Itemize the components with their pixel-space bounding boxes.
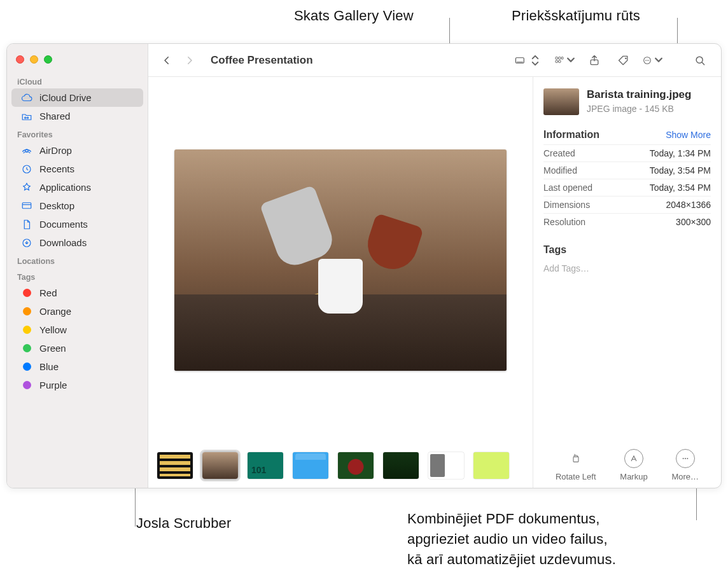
gallery-view [148,77,533,488]
svg-rect-4 [22,202,31,208]
info-row: Resolution300×300 [543,213,711,230]
minimize-button[interactable] [30,55,38,64]
info-key: Resolution [543,217,585,227]
scrubber-thumb[interactable] [428,452,464,479]
rotate-left-button[interactable]: Rotate Left [556,449,596,481]
sidebar-section-tags: Tags [7,268,148,284]
svg-point-22 [685,458,686,459]
svg-point-21 [682,458,683,459]
svg-point-18 [648,60,650,61]
svg-rect-9 [559,57,561,59]
finder-window: iCloud iCloud Drive Shared Favorites [6,43,722,488]
info-value: Today, 3:54 PM [650,183,711,193]
action-label: Markup [620,472,647,481]
close-button[interactable] [16,55,24,64]
sidebar-item-recents[interactable]: Recents [11,160,143,178]
scrubber-thumb[interactable] [248,452,283,479]
zoom-button[interactable] [44,55,52,64]
sidebar-tag-item[interactable]: Green [11,339,143,357]
preview-kind: JPEG image - 145 KB [587,104,691,114]
sidebar-item-label: Downloads [39,237,87,248]
svg-rect-12 [559,60,561,62]
document-icon [20,218,33,231]
gallery-preview-image[interactable] [174,149,507,371]
scrubber-thumb-selected[interactable] [202,452,238,479]
sidebar-item-label: Yellow [39,324,67,335]
info-row: CreatedToday, 1:34 PM [543,144,711,162]
group-button[interactable] [554,51,576,70]
info-row: Dimensions2048×1366 [543,196,711,213]
scrubber-thumb[interactable] [338,452,374,479]
forward-button[interactable] [179,51,200,70]
info-row: Last openedToday, 3:54 PM [543,179,711,196]
sidebar-tag-item[interactable]: Blue [11,357,143,376]
chevron-down-icon [566,54,576,67]
more-actions-button[interactable]: More… [671,449,699,481]
tag-color-icon [20,287,33,300]
info-value: Today, 3:54 PM [650,165,711,176]
sidebar-item-label: Green [39,343,66,354]
tag-color-icon [20,342,33,355]
sidebar-item-label: Desktop [39,200,74,211]
applications-icon [20,181,33,194]
svg-point-16 [645,60,647,61]
tag-color-icon [20,305,33,318]
preview-thumbnail [543,88,579,115]
share-button[interactable] [584,51,605,70]
info-value: 2048×1366 [666,200,711,210]
sidebar-item-documents[interactable]: Documents [11,215,143,233]
sidebar-item-applications[interactable]: Applications [11,178,143,197]
main-area: Coffee Presentation [148,44,721,488]
svg-point-1 [27,117,28,118]
info-key: Last opened [543,183,592,193]
nav-buttons [152,51,204,70]
sidebar-item-label: iCloud Drive [39,92,92,103]
action-button[interactable] [642,51,664,70]
sidebar-tag-item[interactable]: Orange [11,302,143,321]
scrubber-thumb[interactable] [293,452,328,479]
sidebar-item-shared[interactable]: Shared [11,107,143,125]
preview-pane: Barista training.jpeg JPEG image - 145 K… [533,77,721,488]
sidebar-item-label: Applications [39,182,91,193]
window-controls [7,53,148,72]
preview-info-heading: Information [543,129,599,141]
sidebar-item-label: Blue [39,361,59,372]
sidebar-item-desktop[interactable]: Desktop [11,197,143,215]
svg-point-23 [687,458,688,459]
scrubber-thumb[interactable] [473,452,509,479]
sidebar-item-downloads[interactable]: Downloads [11,233,143,252]
callout-preview-pane: Priekšskatījumu rūts [512,8,640,24]
sidebar-section-favorites: Favorites [7,125,148,141]
clock-icon [20,163,33,176]
svg-point-19 [696,57,703,63]
info-key: Created [543,148,575,158]
window-title: Coffee Presentation [208,54,313,67]
sidebar-item-icloud-drive[interactable]: iCloud Drive [11,88,143,107]
shared-folder-icon [20,110,33,123]
back-button[interactable] [156,51,178,70]
view-mode-button[interactable] [514,51,543,70]
sidebar: iCloud iCloud Drive Shared Favorites [7,44,148,488]
action-label: Rotate Left [556,472,596,481]
sidebar-item-airdrop[interactable]: AirDrop [11,141,143,160]
sidebar-item-label: Recents [39,163,74,174]
sidebar-tag-item[interactable]: Yellow [11,321,143,339]
add-tags-field[interactable]: Add Tags… [543,259,711,273]
sidebar-tag-item[interactable]: Red [11,284,143,302]
sidebar-tag-item[interactable]: Purple [11,376,143,394]
callout-scrubber: Josla Scrubber [136,515,232,532]
scrubber-thumb[interactable] [157,452,193,479]
tags-button[interactable] [613,51,634,70]
scrubber-bar[interactable] [148,450,533,488]
scrubber-thumb[interactable] [383,452,419,479]
svg-rect-20 [573,457,578,462]
search-button[interactable] [689,51,711,70]
tag-color-icon [20,324,33,336]
action-label: More… [671,472,699,481]
show-more-link[interactable]: Show More [666,130,711,140]
svg-point-14 [625,57,627,59]
sidebar-section-locations: Locations [7,252,148,268]
sidebar-item-label: AirDrop [39,145,72,156]
info-key: Dimensions [543,200,590,210]
markup-button[interactable]: Markup [620,449,647,481]
